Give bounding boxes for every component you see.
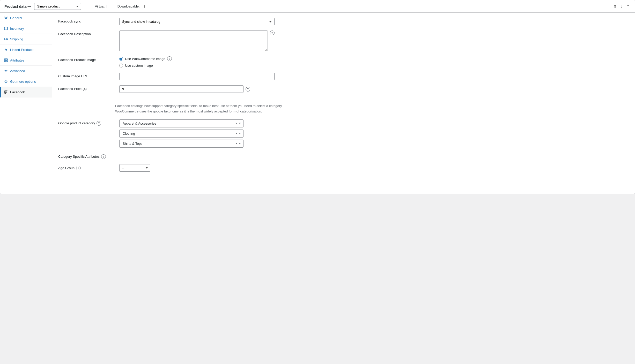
google-product-category-row: Google product category ? Apparel & Acce… bbox=[58, 119, 629, 148]
category-level3-arrow-icon: ▾ bbox=[239, 142, 241, 145]
collapse-arrows: ⇧ ⇩ ⌃ bbox=[612, 3, 631, 9]
google-product-category-label: Google product category ? bbox=[58, 119, 115, 126]
facebook-category-info: Facebook catalogs now support category s… bbox=[58, 103, 291, 114]
google-product-category-help-icon[interactable]: ? bbox=[97, 121, 101, 126]
arrow-collapse-button[interactable]: ⌃ bbox=[625, 3, 631, 9]
sidebar-linked-products-label: Linked Products bbox=[10, 48, 34, 52]
svg-point-10 bbox=[5, 93, 6, 94]
sidebar-item-facebook[interactable]: Facebook bbox=[0, 87, 52, 97]
sidebar-facebook-label: Facebook bbox=[10, 90, 25, 94]
facebook-description-textarea[interactable] bbox=[119, 31, 268, 51]
use-woocommerce-image-radio[interactable] bbox=[119, 57, 123, 61]
facebook-price-row: Facebook Price ($) ? bbox=[58, 85, 629, 93]
custom-image-url-control bbox=[119, 73, 275, 80]
facebook-image-radio-group: Use WooCommerce image ? Use custom image bbox=[119, 56, 275, 67]
inventory-icon bbox=[4, 26, 8, 31]
use-custom-image-option: Use custom image bbox=[119, 64, 275, 67]
arrow-up-button[interactable]: ⇧ bbox=[612, 3, 618, 9]
sidebar-item-general[interactable]: General bbox=[0, 13, 52, 23]
use-woocommerce-image-label: Use WooCommerce image bbox=[125, 57, 165, 61]
age-group-control: -- adult all ages infant kids newborn te… bbox=[119, 164, 275, 172]
facebook-product-image-label: Facebook Product Image bbox=[58, 56, 115, 62]
category-level1-item[interactable]: Apparel & Accessories × ▾ bbox=[119, 119, 243, 127]
woocommerce-image-help-icon[interactable]: ? bbox=[167, 56, 172, 61]
svg-rect-4 bbox=[4, 59, 6, 60]
virtual-label: Virtual: bbox=[95, 4, 105, 8]
category-level3-clear-button[interactable]: × bbox=[234, 141, 239, 146]
facebook-sync-label: Facebook sync bbox=[58, 18, 115, 23]
shipping-icon bbox=[4, 37, 8, 41]
svg-rect-6 bbox=[4, 60, 6, 62]
get-more-options-icon bbox=[4, 79, 8, 84]
svg-rect-1 bbox=[4, 38, 7, 40]
category-level2-text: Clothing bbox=[122, 130, 234, 137]
downloadable-checkbox-group: Downloadable: bbox=[117, 4, 145, 8]
sidebar-attributes-label: Attributes bbox=[10, 58, 24, 62]
category-specific-attributes-row: Category Specific Attributes ? bbox=[58, 153, 629, 159]
section-divider bbox=[58, 98, 629, 98]
sidebar-item-shipping[interactable]: Shipping bbox=[0, 34, 52, 44]
svg-rect-7 bbox=[6, 60, 8, 62]
facebook-sync-select[interactable]: Sync and show in catalog Do not sync bbox=[119, 18, 275, 25]
category-level1-arrow-icon: ▾ bbox=[239, 122, 241, 125]
product-data-body: General Inventory Shipping Linked Produc… bbox=[0, 13, 635, 194]
svg-marker-9 bbox=[4, 80, 8, 83]
svg-point-0 bbox=[5, 17, 7, 19]
facebook-price-control: ? bbox=[119, 85, 275, 93]
sidebar-shipping-label: Shipping bbox=[10, 37, 23, 41]
sidebar-get-more-options-label: Get more options bbox=[10, 80, 36, 84]
sidebar-item-linked-products[interactable]: Linked Products bbox=[0, 44, 52, 55]
product-data-panel: Product data — Simple product Variable p… bbox=[0, 0, 635, 194]
category-level1-clear-button[interactable]: × bbox=[234, 121, 239, 125]
age-group-row: Age Group ? -- adult all ages infant kid… bbox=[58, 164, 629, 172]
sidebar-item-inventory[interactable]: Inventory bbox=[0, 23, 52, 34]
facebook-description-help-icon[interactable]: ? bbox=[270, 31, 275, 35]
sidebar-item-get-more-options[interactable]: Get more options bbox=[0, 76, 52, 87]
sidebar: General Inventory Shipping Linked Produc… bbox=[0, 13, 52, 194]
facebook-price-input[interactable] bbox=[119, 85, 243, 93]
general-icon bbox=[4, 16, 8, 20]
facebook-product-image-row: Facebook Product Image Use WooCommerce i… bbox=[58, 56, 629, 67]
category-specific-help-icon[interactable]: ? bbox=[101, 154, 106, 159]
sidebar-advanced-label: Advanced bbox=[10, 69, 25, 73]
virtual-checkbox[interactable] bbox=[107, 5, 110, 8]
facebook-price-help-icon[interactable]: ? bbox=[246, 87, 250, 92]
category-level2-item[interactable]: Clothing × ▾ bbox=[119, 130, 243, 138]
category-level3-item[interactable]: Shirts & Tops × ▾ bbox=[119, 140, 243, 148]
facebook-product-image-control: Use WooCommerce image ? Use custom image bbox=[119, 56, 275, 67]
downloadable-checkbox[interactable] bbox=[141, 5, 145, 8]
use-custom-image-label: Use custom image bbox=[125, 64, 153, 67]
use-woocommerce-image-option: Use WooCommerce image ? bbox=[119, 56, 275, 61]
product-data-header: Product data — Simple product Variable p… bbox=[0, 0, 635, 13]
category-level2-clear-button[interactable]: × bbox=[234, 131, 239, 135]
facebook-sync-control: Sync and show in catalog Do not sync bbox=[119, 18, 275, 25]
sidebar-item-attributes[interactable]: Attributes bbox=[0, 55, 52, 66]
product-type-select[interactable]: Simple product Variable product Grouped … bbox=[34, 3, 81, 10]
facebook-description-label: Facebook Description bbox=[58, 31, 115, 36]
product-data-title: Product data — bbox=[4, 4, 31, 9]
facebook-sync-row: Facebook sync Sync and show in catalog D… bbox=[58, 18, 629, 25]
facebook-description-row: Facebook Description ? bbox=[58, 31, 629, 51]
use-custom-image-radio[interactable] bbox=[119, 64, 123, 67]
category-level2-arrow-icon: ▾ bbox=[239, 132, 241, 135]
linked-products-icon bbox=[4, 48, 8, 52]
svg-point-2 bbox=[5, 40, 5, 40]
svg-point-3 bbox=[7, 40, 7, 40]
age-group-select[interactable]: -- adult all ages infant kids newborn te… bbox=[119, 164, 150, 172]
facebook-panel: Facebook sync Sync and show in catalog D… bbox=[52, 13, 635, 194]
category-level3-text: Shirts & Tops bbox=[122, 140, 234, 147]
facebook-icon bbox=[4, 90, 8, 94]
category-level1-text: Apparel & Accessories bbox=[122, 120, 234, 127]
custom-image-url-label: Custom Image URL bbox=[58, 73, 115, 78]
svg-rect-5 bbox=[6, 59, 8, 60]
category-specific-attributes-label: Category Specific Attributes ? bbox=[58, 153, 115, 159]
facebook-price-label: Facebook Price ($) bbox=[58, 85, 115, 91]
age-group-help-icon[interactable]: ? bbox=[76, 166, 81, 170]
svg-point-8 bbox=[5, 70, 6, 71]
custom-image-url-input[interactable] bbox=[119, 73, 275, 80]
arrow-down-button[interactable]: ⇩ bbox=[619, 3, 624, 9]
facebook-description-control: ? bbox=[119, 31, 275, 51]
google-product-category-control: Apparel & Accessories × ▾ Clothing × ▾ S… bbox=[119, 119, 275, 148]
sidebar-general-label: General bbox=[10, 16, 22, 20]
sidebar-item-advanced[interactable]: Advanced bbox=[0, 66, 52, 76]
